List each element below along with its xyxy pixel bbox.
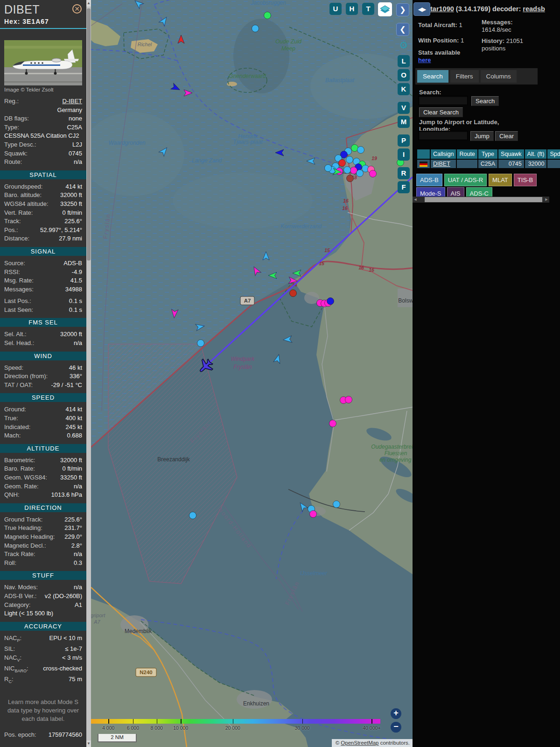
map-button-l[interactable]: L [398, 55, 410, 67]
readsb-link[interactable]: readsb [523, 5, 545, 13]
clear-search-button[interactable]: Clear Search [419, 107, 463, 117]
cell-squawk: 0745 [498, 160, 524, 168]
map-button-k[interactable]: K [398, 83, 410, 95]
vessel-marker[interactable] [189, 512, 196, 519]
altitude-tick-label: 4 000 [102, 725, 114, 731]
osm-link[interactable]: OpenStreetMap [341, 740, 378, 746]
registration-link[interactable]: D-IBET [62, 98, 82, 105]
vessel-marker[interactable] [310, 511, 317, 518]
table-horizontal-scrollbar[interactable]: ◄ ► [413, 197, 549, 203]
column-header[interactable] [417, 149, 430, 159]
map-button-m[interactable]: M [398, 116, 410, 128]
zoom-in-button[interactable]: + [391, 708, 401, 719]
vessel-marker[interactable] [346, 156, 353, 163]
vessel-marker[interactable] [357, 170, 364, 177]
legend-ads-b[interactable]: ADS-B [416, 174, 442, 186]
panel-expand-icon[interactable]: ❯ [396, 3, 409, 16]
scroll-right-icon[interactable]: ► [544, 197, 549, 203]
map-place-label: Oude Zuid [275, 38, 301, 45]
altitude-tick [181, 719, 182, 724]
data-row: Germany [4, 106, 82, 115]
column-header[interactable]: Type [478, 149, 497, 159]
road-exit-number: 16 [369, 267, 374, 273]
vessel-marker[interactable] [345, 396, 352, 403]
vessel-marker[interactable] [252, 25, 259, 32]
panel-width-toggle-icon[interactable]: ◀▶ [413, 2, 430, 16]
cell-route [457, 160, 477, 168]
cell-callsign[interactable]: DIBET [431, 160, 456, 168]
vessel-marker[interactable] [344, 167, 351, 174]
stats-here-link[interactable]: here [418, 56, 431, 63]
tab-search[interactable]: Search [417, 70, 448, 83]
legend-mlat[interactable]: MLAT [489, 174, 512, 186]
data-row: Type:C25A [4, 123, 82, 132]
data-row: Baro. Rate:0 ft/min [4, 465, 82, 473]
data-row: Pos.:52.997°, 5.214° [4, 226, 82, 235]
map-button-o[interactable]: O [398, 69, 410, 81]
map[interactable]: JacobsruggenRichelOude ZuidMeepGrienderw… [91, 0, 413, 747]
settings-gear-icon[interactable]: ⚙ [398, 40, 410, 51]
section-fms-sel: FMS SEL Sel. Alt.:32000 ft Sel. Head.:n/… [4, 318, 82, 347]
data-row: Baro. altitude:32000 ft [4, 191, 82, 200]
tar1090-link[interactable]: tar1090 [430, 5, 454, 13]
section-signal: SIGNAL Source:ADS-B RSSI:-4.9 Msg. Rate:… [4, 247, 82, 315]
altitude-tick-label: 8 000 [151, 725, 163, 731]
scrollbar-thumb[interactable] [87, 8, 91, 261]
vessel-marker[interactable] [325, 165, 332, 172]
hscroll-thumb[interactable] [425, 197, 542, 202]
vessel-marker[interactable] [264, 12, 271, 19]
jump-button[interactable]: Jump [470, 131, 494, 141]
svg-text:A7: A7 [244, 298, 251, 303]
close-icon[interactable]: ✕ [72, 4, 82, 14]
layers-icon[interactable] [378, 2, 392, 16]
data-row: Mach:0.688 [4, 431, 82, 440]
column-header[interactable]: Callsign [431, 149, 456, 159]
vessel-marker[interactable] [290, 290, 297, 297]
map-button-u[interactable]: U [329, 3, 342, 15]
jump-clear-button[interactable]: Clear [495, 131, 518, 141]
map-button-t[interactable]: T [362, 3, 374, 15]
data-row: Route:n/a [4, 158, 82, 167]
jump-input[interactable] [418, 131, 468, 140]
column-header[interactable]: Route [457, 149, 477, 159]
vessel-marker[interactable] [333, 501, 340, 508]
column-header[interactable]: Squawk [498, 149, 524, 159]
legend-uat-ads-r[interactable]: UAT / ADS-R [444, 174, 487, 186]
column-header[interactable]: Spd. [547, 149, 560, 159]
vessel-marker[interactable] [197, 340, 204, 347]
map-place-label: Jacobsruggen [250, 0, 286, 6]
vessel-marker[interactable] [339, 160, 346, 167]
aircraft-hex: Hex: 3E1A67 [4, 18, 82, 25]
vessel-marker[interactable] [357, 147, 364, 154]
section-header: ALTITUDE [0, 444, 86, 453]
scroll-down-icon[interactable]: ▼ [86, 740, 91, 747]
map-button-h[interactable]: H [346, 3, 358, 15]
data-row: RSSI:-4.9 [4, 268, 82, 277]
vessel-marker[interactable] [347, 175, 354, 182]
tab-columns[interactable]: Columns [481, 70, 517, 83]
map-button-f[interactable]: F [398, 181, 410, 193]
section-stuff: STUFF Nav. Modes:n/a ADS-B Ver.:v2 (DO-2… [4, 571, 82, 618]
vessel-marker[interactable] [327, 298, 334, 305]
legend-tis-b[interactable]: TIS-B [514, 174, 537, 186]
map-button-i[interactable]: I [398, 148, 410, 161]
data-row: Nav. Modes:n/a [4, 583, 82, 592]
aircraft-photo[interactable] [4, 40, 82, 85]
search-button[interactable]: Search [471, 96, 499, 106]
scroll-up-icon[interactable]: ▲ [86, 0, 91, 7]
map-button-v[interactable]: V [398, 102, 410, 114]
table-row[interactable]: DIBET C25A 0745 32000 [417, 160, 560, 168]
zoom-out-button[interactable]: − [391, 722, 401, 733]
section-altitude: ALTITUDE Barometric:32000 ft Baro. Rate:… [4, 444, 82, 500]
left-panel-scrollbar[interactable]: ▲ ▼ [86, 0, 91, 747]
column-header[interactable]: Alt. (ft) [525, 149, 547, 159]
vessel-marker[interactable] [329, 420, 336, 427]
panel-collapse-icon[interactable]: ❮ [396, 23, 409, 36]
scroll-left-icon[interactable]: ◄ [413, 197, 418, 203]
search-input[interactable] [418, 96, 468, 105]
tab-filters[interactable]: Filters [450, 70, 479, 83]
data-row: Direction (from):336° [4, 372, 82, 381]
vessel-marker[interactable] [370, 170, 377, 177]
map-button-p[interactable]: P [398, 134, 410, 147]
map-button-r[interactable]: R [398, 167, 410, 179]
